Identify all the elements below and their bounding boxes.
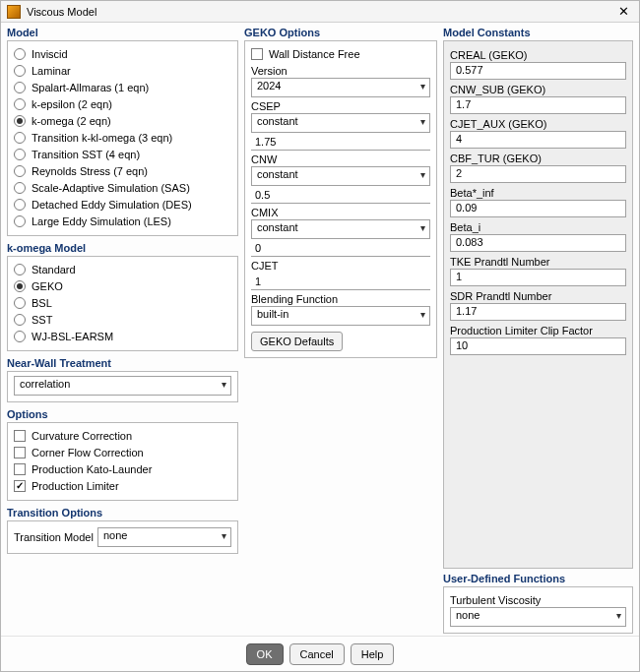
option-row[interactable]: Curvature Correction bbox=[14, 427, 231, 444]
constant-label: Production Limiter Clip Factor bbox=[450, 325, 626, 336]
model-option-label: Scale-Adaptive Simulation (SAS) bbox=[32, 182, 190, 194]
udf-turb-visc-select[interactable]: none bbox=[450, 607, 626, 627]
model-option-radio[interactable] bbox=[14, 65, 26, 77]
komega-option-row[interactable]: GEKO bbox=[14, 277, 231, 294]
constant-input[interactable]: 0.083 bbox=[450, 234, 626, 252]
cmix-mode-select[interactable]: constant bbox=[251, 219, 430, 239]
komega-option-radio[interactable] bbox=[14, 264, 26, 275]
constant-input[interactable]: 1.17 bbox=[450, 303, 626, 321]
model-option-label: Laminar bbox=[32, 65, 71, 77]
model-option-label: k-omega (2 eqn) bbox=[32, 115, 111, 127]
constant-input[interactable]: 1.7 bbox=[450, 96, 626, 114]
constant-label: Beta*_inf bbox=[450, 187, 626, 199]
constant-input[interactable]: 0.09 bbox=[450, 200, 626, 217]
cmix-value-input[interactable]: 0 bbox=[251, 239, 430, 257]
model-option-radio[interactable] bbox=[14, 115, 26, 127]
komega-option-row[interactable]: WJ-BSL-EARSM bbox=[14, 328, 231, 344]
model-option-radio[interactable] bbox=[14, 182, 26, 194]
constant-label: CJET_AUX (GEKO) bbox=[450, 118, 626, 130]
constant-label: CBF_TUR (GEKO) bbox=[450, 153, 626, 164]
constant-input[interactable]: 1 bbox=[450, 269, 626, 286]
csep-mode-select[interactable]: constant bbox=[251, 113, 430, 133]
udf-turb-visc-label: Turbulent Viscosity bbox=[450, 594, 626, 606]
model-option-label: Spalart-Allmaras (1 eqn) bbox=[32, 82, 149, 93]
komega-option-radio[interactable] bbox=[14, 297, 26, 309]
ok-button[interactable]: OK bbox=[246, 643, 284, 665]
window-title: Viscous Model bbox=[27, 6, 614, 18]
version-select[interactable]: 2024 bbox=[251, 78, 430, 97]
model-option-label: Transition k-kl-omega (3 eqn) bbox=[32, 132, 172, 144]
udf-heading: User-Defined Functions bbox=[443, 573, 633, 584]
model-option-row[interactable]: Laminar bbox=[14, 62, 231, 79]
komega-option-row[interactable]: Standard bbox=[14, 261, 231, 277]
wall-distance-free-checkbox[interactable] bbox=[251, 48, 263, 60]
model-option-row[interactable]: Large Eddy Simulation (LES) bbox=[14, 213, 231, 229]
nearwall-heading: Near-Wall Treatment bbox=[7, 357, 238, 369]
transition-heading: Transition Options bbox=[7, 507, 238, 519]
close-icon[interactable]: ✕ bbox=[614, 5, 633, 18]
constant-input[interactable]: 10 bbox=[450, 337, 626, 355]
model-option-radio[interactable] bbox=[14, 199, 26, 211]
model-option-row[interactable]: Scale-Adaptive Simulation (SAS) bbox=[14, 179, 231, 196]
constant-input[interactable]: 4 bbox=[450, 131, 626, 149]
cjet-value-input[interactable]: 1 bbox=[251, 273, 430, 290]
cancel-button[interactable]: Cancel bbox=[289, 643, 345, 665]
constant-input[interactable]: 0.577 bbox=[450, 62, 626, 80]
komega-option-label: GEKO bbox=[32, 280, 63, 292]
blending-select[interactable]: built-in bbox=[251, 306, 430, 326]
help-button[interactable]: Help bbox=[351, 643, 395, 665]
option-label: Corner Flow Correction bbox=[32, 447, 144, 458]
model-option-label: Transition SST (4 eqn) bbox=[32, 149, 140, 160]
model-option-row[interactable]: Transition SST (4 eqn) bbox=[14, 146, 231, 162]
model-option-row[interactable]: Transition k-kl-omega (3 eqn) bbox=[14, 129, 231, 146]
komega-heading: k-omega Model bbox=[7, 242, 238, 254]
options-heading: Options bbox=[7, 408, 238, 420]
constants-heading: Model Constants bbox=[443, 27, 633, 38]
option-checkbox[interactable] bbox=[14, 480, 26, 492]
model-option-label: k-epsilon (2 eqn) bbox=[32, 98, 112, 110]
model-option-radio[interactable] bbox=[14, 215, 26, 227]
option-checkbox[interactable] bbox=[14, 430, 26, 442]
blending-label: Blending Function bbox=[251, 293, 430, 305]
option-label: Production Kato-Launder bbox=[32, 463, 152, 475]
komega-option-row[interactable]: SST bbox=[14, 311, 231, 328]
option-checkbox[interactable] bbox=[14, 463, 26, 475]
option-row[interactable]: Production Kato-Launder bbox=[14, 460, 231, 477]
option-checkbox[interactable] bbox=[14, 447, 26, 458]
model-option-radio[interactable] bbox=[14, 132, 26, 144]
komega-option-label: WJ-BSL-EARSM bbox=[32, 331, 113, 342]
komega-option-label: Standard bbox=[32, 264, 76, 275]
komega-option-radio[interactable] bbox=[14, 280, 26, 292]
model-option-radio[interactable] bbox=[14, 149, 26, 160]
model-option-row[interactable]: Inviscid bbox=[14, 45, 231, 62]
option-label: Production Limiter bbox=[32, 480, 119, 492]
cnw-mode-select[interactable]: constant bbox=[251, 166, 430, 186]
model-option-row[interactable]: Reynolds Stress (7 eqn) bbox=[14, 162, 231, 179]
komega-option-radio[interactable] bbox=[14, 314, 26, 326]
titlebar: Viscous Model ✕ bbox=[1, 1, 639, 23]
model-option-label: Inviscid bbox=[32, 48, 68, 60]
komega-option-radio[interactable] bbox=[14, 331, 26, 342]
model-option-radio[interactable] bbox=[14, 82, 26, 93]
cnw-value-input[interactable]: 0.5 bbox=[251, 186, 430, 204]
model-option-row[interactable]: Detached Eddy Simulation (DES) bbox=[14, 196, 231, 213]
model-option-radio[interactable] bbox=[14, 48, 26, 60]
model-option-radio[interactable] bbox=[14, 165, 26, 177]
model-option-row[interactable]: k-omega (2 eqn) bbox=[14, 112, 231, 129]
constant-label: TKE Prandtl Number bbox=[450, 256, 626, 268]
komega-option-row[interactable]: BSL bbox=[14, 294, 231, 311]
option-label: Curvature Correction bbox=[32, 430, 132, 442]
app-icon bbox=[7, 5, 21, 19]
model-option-row[interactable]: Spalart-Allmaras (1 eqn) bbox=[14, 79, 231, 95]
csep-value-input[interactable]: 1.75 bbox=[251, 133, 430, 151]
constant-input[interactable]: 2 bbox=[450, 165, 626, 183]
option-row[interactable]: Corner Flow Correction bbox=[14, 444, 231, 460]
nearwall-select[interactable]: correlation bbox=[14, 376, 231, 396]
model-option-radio[interactable] bbox=[14, 98, 26, 110]
wall-distance-free-label: Wall Distance Free bbox=[269, 48, 360, 60]
geko-defaults-button[interactable]: GEKO Defaults bbox=[251, 332, 343, 351]
transition-model-select[interactable]: none bbox=[97, 527, 231, 547]
dialog-footer: OK Cancel Help bbox=[1, 636, 639, 671]
option-row[interactable]: Production Limiter bbox=[14, 477, 231, 494]
model-option-row[interactable]: k-epsilon (2 eqn) bbox=[14, 95, 231, 112]
